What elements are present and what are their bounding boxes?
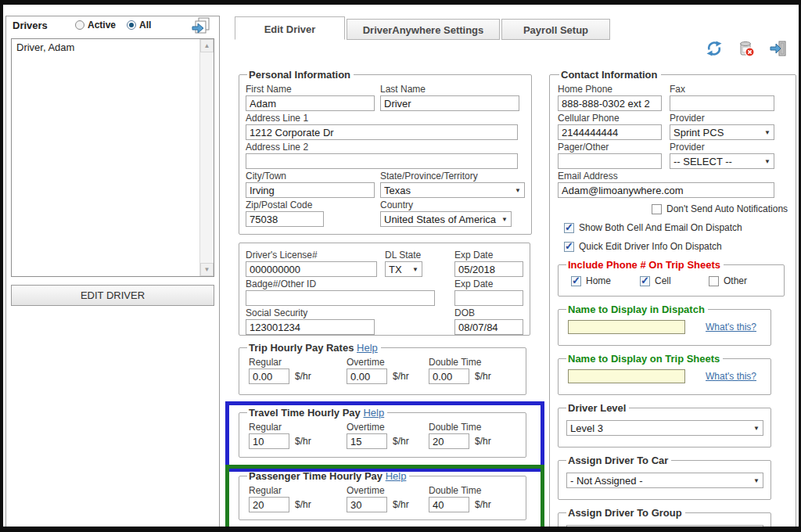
address2-input[interactable] [246,153,518,169]
dob-input[interactable] [454,319,523,335]
tab-payroll-setup[interactable]: Payroll Setup [501,19,610,40]
rate-unit: $/hr [475,436,491,447]
name-tripsheets-input[interactable] [568,369,685,383]
checkbox-icon[interactable] [640,276,650,286]
travel-overtime-input[interactable] [347,433,387,449]
home-phone-input[interactable] [558,95,662,111]
driver-level-select[interactable]: Level 3 ▼ [566,420,763,436]
include-home-checkbox-row[interactable]: Home [571,275,640,286]
passenger-doubletime-input[interactable] [429,497,469,512]
cell-provider-select[interactable]: Sprint PCS ▼ [670,124,774,140]
assign-group-legend: Assign Driver To Group [566,507,685,519]
tab-edit-driver[interactable]: Edit Driver [235,16,345,40]
passenger-regular-input[interactable] [249,497,289,512]
travel-pay-help-link[interactable]: Help [363,407,384,419]
radio-all-icon[interactable] [127,20,136,30]
trip-pay-group: Trip Hourly Pay Rates Help Regular $/hr … [239,342,526,395]
zip-input[interactable] [246,211,324,227]
cell-phone-input[interactable] [558,124,662,140]
ssn-input[interactable] [246,319,375,335]
scroll-down-icon[interactable]: ▼ [200,263,214,276]
trip-overtime-input[interactable] [347,368,387,384]
assign-group-group: Assign Driver To Group ▼ [558,507,771,527]
scroll-up-icon[interactable]: ▲ [200,39,214,52]
checkbox-icon[interactable] [564,223,574,233]
whats-this-dispatch-link[interactable]: What's this? [706,322,756,332]
rate-unit: $/hr [393,371,409,382]
trip-pay-legend: Trip Hourly Pay Rates [249,342,354,354]
trip-doubletime-input[interactable] [429,368,469,384]
email-label: Email Address [558,171,788,182]
passenger-overtime-label: Overtime [347,486,429,496]
include-other-checkbox-row[interactable]: Other [709,275,778,286]
app-window: Drivers Active All Driver, [3,5,799,527]
exp-date-input[interactable] [454,261,523,277]
include-phone-group: Include Phone # On Trip Sheets Home Cell… [558,259,785,297]
travel-regular-input[interactable] [249,433,289,449]
driver-list-item[interactable]: Driver, Adam [12,39,214,56]
radio-active[interactable]: Active [75,20,116,31]
passenger-pay-help-link[interactable]: Help [386,470,407,482]
show-both-checkbox-row[interactable]: Show Both Cell And Email On Dispatch [564,222,788,233]
passenger-overtime-input[interactable] [347,497,387,512]
state-select[interactable]: Texas ▼ [380,182,525,198]
driver-filter-radios: Active All [75,20,151,31]
chevron-down-icon: ▼ [412,266,418,273]
chevron-down-icon: ▼ [501,216,508,223]
radio-active-icon[interactable] [75,20,84,30]
print-export-icon[interactable] [191,16,211,37]
quick-edit-checkbox-row[interactable]: Quick Edit Driver Info On Dispatch [564,241,788,252]
rate-unit: $/hr [393,436,409,447]
edit-driver-button[interactable]: EDIT DRIVER [11,285,214,306]
address2-label: Address Line 2 [246,142,525,153]
checkbox-icon[interactable] [709,276,719,286]
license-input[interactable] [246,261,377,277]
pager-input[interactable] [558,153,662,169]
pager-provider-select[interactable]: -- SELECT -- ▼ [670,153,774,169]
chevron-down-icon: ▼ [764,158,770,165]
travel-doubletime-input[interactable] [429,433,469,449]
email-input[interactable] [558,182,774,198]
dob-label: DOB [454,308,523,318]
trip-overtime-label: Overtime [347,358,429,368]
assign-group-select[interactable]: ▼ [566,525,763,527]
drivers-listbox[interactable]: Driver, Adam ▲ ▼ [11,38,214,277]
contact-information-group: Contact Information Home Phone Fax Cellu… [549,69,796,527]
assign-car-group: Assign Driver To Car - Not Assigned - ▼ [558,455,771,500]
rate-unit: $/hr [475,371,491,382]
checkbox-icon[interactable] [564,242,574,252]
checkbox-icon[interactable] [571,276,581,286]
whats-this-tripsheets-link[interactable]: What's this? [706,371,756,382]
travel-pay-group: Travel Time Hourly Pay Help Regular $/hr… [239,407,526,458]
list-scrollbar[interactable]: ▲ ▼ [199,39,214,276]
license-label: Driver's License# [246,250,385,261]
dl-state-select[interactable]: TX ▼ [385,261,422,277]
delete-record-icon[interactable] [737,39,756,58]
fax-input[interactable] [670,95,774,111]
badge-input[interactable] [246,290,435,306]
zip-label: Zip/Postal Code [246,200,380,210]
exit-door-icon[interactable] [769,39,788,58]
trip-regular-input[interactable] [249,368,289,384]
assign-car-select[interactable]: - Not Assigned - ▼ [566,473,763,488]
travel-regular-label: Regular [249,422,347,433]
city-input[interactable] [246,182,375,198]
travel-pay-legend: Travel Time Hourly Pay [249,407,361,419]
trip-pay-help-link[interactable]: Help [357,342,378,354]
tab-bar: Edit Driver DriverAnywhere Settings Payr… [235,16,610,40]
include-cell-checkbox-row[interactable]: Cell [640,275,709,286]
tab-driveranywhere-settings[interactable]: DriverAnywhere Settings [347,19,500,40]
checkbox-icon[interactable] [652,204,662,214]
home-phone-label: Home Phone [558,84,662,95]
radio-all[interactable]: All [127,20,151,31]
name-dispatch-input[interactable] [568,320,685,334]
address1-input[interactable] [246,124,518,140]
badge-exp-input[interactable] [454,290,523,306]
country-select[interactable]: United States of America ▼ [380,211,512,227]
first-name-input[interactable] [246,95,375,111]
name-dispatch-group: Name to Display in Dispatch What's this? [558,304,771,346]
dont-send-checkbox-row[interactable]: Don't Send Auto Notifications [652,203,788,214]
last-name-input[interactable] [380,95,519,111]
pager-label: Pager/Other [558,142,662,153]
refresh-icon[interactable] [705,39,724,58]
